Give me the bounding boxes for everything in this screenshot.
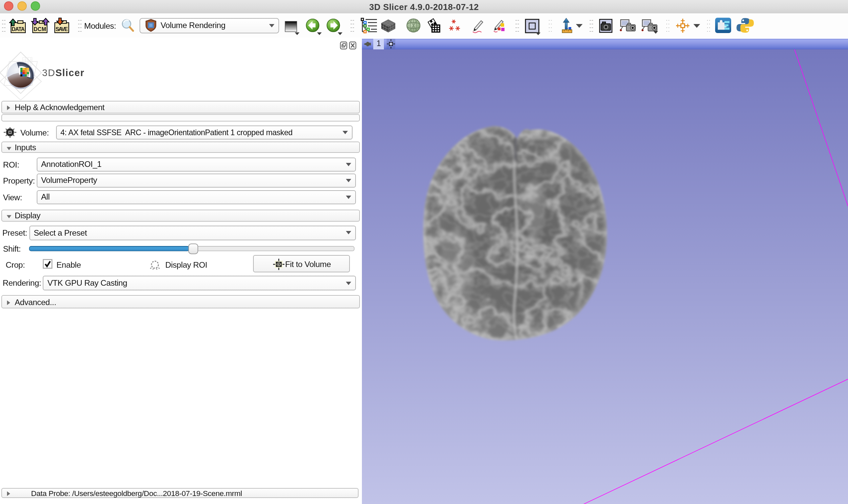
- svg-text:3DSlicer: 3DSlicer: [42, 68, 85, 78]
- svg-text:DATA: DATA: [12, 26, 25, 32]
- svg-text:DCM: DCM: [34, 26, 46, 32]
- svg-text:SAVE: SAVE: [55, 26, 68, 32]
